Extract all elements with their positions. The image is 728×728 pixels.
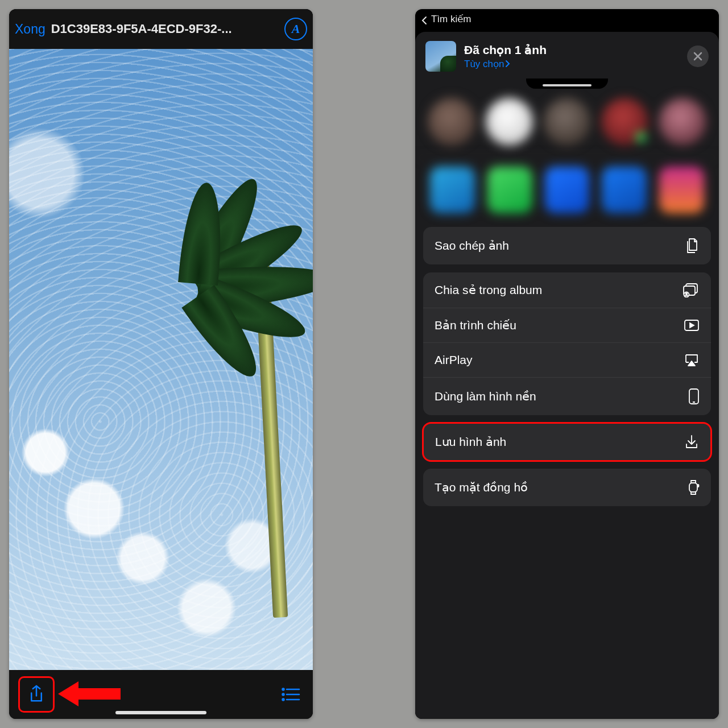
status-bar: Tìm kiếm xyxy=(415,9,719,25)
create-watchface-action[interactable]: Tạo mặt đồng hồ xyxy=(423,469,711,506)
tutorial-arrow-icon xyxy=(58,678,121,710)
share-app[interactable] xyxy=(602,167,647,213)
apple-watch-icon xyxy=(687,479,700,496)
share-sheet-header: Đã chọn 1 ảnh Tùy chọn xyxy=(415,32,719,81)
svg-marker-0 xyxy=(58,681,121,706)
svg-marker-14 xyxy=(690,323,694,328)
download-icon xyxy=(684,434,699,450)
contact-avatar[interactable] xyxy=(486,98,533,146)
selection-title: Đã chọn 1 ảnh xyxy=(464,43,547,57)
chevron-left-icon xyxy=(421,16,428,25)
photo-preview-screen: Xong D1C39E83-9F5A-4ECD-9F32-... A xyxy=(9,9,313,719)
svg-point-1 xyxy=(283,689,284,690)
list-icon xyxy=(281,687,300,702)
preview-bottom-bar xyxy=(9,670,313,719)
status-back-label[interactable]: Tìm kiếm xyxy=(431,13,471,25)
share-sheet-screen: Tìm kiếm Đã chọn 1 ảnh Tùy chọn xyxy=(415,9,719,719)
airplay-action[interactable]: AirPlay xyxy=(423,342,711,377)
action-group: Tạo mặt đồng hồ xyxy=(423,469,711,506)
svg-point-12 xyxy=(686,293,688,295)
options-button[interactable]: Tùy chọn xyxy=(464,58,547,70)
list-button[interactable] xyxy=(281,687,300,702)
iphone-icon xyxy=(688,388,700,405)
share-button[interactable] xyxy=(18,676,55,713)
contact-avatar[interactable] xyxy=(659,98,706,146)
app-share-row[interactable] xyxy=(415,157,719,222)
slideshow-action[interactable]: Bản trình chiếu xyxy=(423,308,711,342)
wallpaper-action[interactable]: Dùng làm hình nền xyxy=(423,377,711,415)
share-app[interactable] xyxy=(659,167,704,213)
share-app[interactable] xyxy=(545,167,590,213)
shared-album-icon xyxy=(682,283,700,297)
svg-rect-19 xyxy=(698,485,699,487)
copy-icon xyxy=(685,237,700,254)
share-app[interactable] xyxy=(430,167,475,213)
save-image-action[interactable]: Lưu hình ảnh xyxy=(424,424,710,460)
share-icon xyxy=(28,684,45,705)
airdrop-contacts-row[interactable] xyxy=(415,91,719,152)
copy-photo-action[interactable]: Sao chép ảnh xyxy=(423,227,711,264)
done-button[interactable]: Xong xyxy=(15,22,46,37)
svg-rect-16 xyxy=(689,389,698,404)
preview-top-bar: Xong D1C39E83-9F5A-4ECD-9F32-... A xyxy=(9,9,313,49)
home-indicator[interactable] xyxy=(115,711,206,714)
share-app[interactable] xyxy=(487,167,532,213)
svg-point-3 xyxy=(283,694,284,696)
chevron-right-icon xyxy=(505,60,511,68)
action-group-highlighted: Lưu hình ảnh xyxy=(422,422,712,462)
close-button[interactable] xyxy=(687,46,709,67)
svg-point-5 xyxy=(283,699,284,701)
action-group: Sao chép ảnh xyxy=(423,227,711,264)
share-album-action[interactable]: Chia sẻ trong album xyxy=(423,272,711,308)
contact-avatar[interactable] xyxy=(543,98,591,146)
file-title: D1C39E83-9F5A-4ECD-9F32-... xyxy=(51,22,279,36)
close-icon xyxy=(693,51,703,61)
selection-thumbnail[interactable] xyxy=(425,41,456,72)
svg-marker-15 xyxy=(688,361,695,366)
share-sheet: Đã chọn 1 ảnh Tùy chọn xyxy=(415,32,719,719)
play-rect-icon xyxy=(684,319,700,332)
action-group: Chia sẻ trong album Bản trình chiếu xyxy=(423,272,711,415)
contact-avatar[interactable] xyxy=(428,98,475,146)
airplay-icon xyxy=(684,353,700,367)
actions-list: Sao chép ảnh Chia sẻ trong album xyxy=(415,222,719,515)
palm-tree xyxy=(172,191,313,670)
photo-content[interactable] xyxy=(9,49,313,670)
sheet-grabber[interactable] xyxy=(415,78,719,89)
markup-icon[interactable]: A xyxy=(284,18,307,40)
contact-avatar[interactable] xyxy=(601,98,649,146)
svg-rect-18 xyxy=(689,483,697,492)
